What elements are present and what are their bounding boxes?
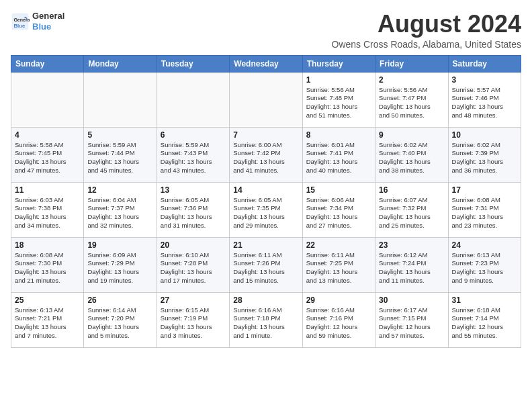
day-info: Sunrise: 5:59 AM Sunset: 7:43 PM Dayligh… [161,141,226,175]
day-info: Sunrise: 6:03 AM Sunset: 7:38 PM Dayligh… [15,196,80,230]
calendar-cell: 11Sunrise: 6:03 AM Sunset: 7:38 PM Dayli… [11,182,84,237]
day-number: 8 [306,130,371,140]
svg-text:General: General [13,17,30,22]
day-header-saturday: Saturday [448,55,521,72]
day-header-wednesday: Wednesday [230,55,302,72]
calendar-cell: 15Sunrise: 6:06 AM Sunset: 7:34 PM Dayli… [302,182,375,237]
day-number: 11 [15,185,80,195]
day-info: Sunrise: 5:56 AM Sunset: 7:47 PM Dayligh… [379,86,444,120]
calendar-cell: 20Sunrise: 6:10 AM Sunset: 7:28 PM Dayli… [157,237,229,292]
day-info: Sunrise: 6:14 AM Sunset: 7:20 PM Dayligh… [87,306,152,340]
calendar-cell: 24Sunrise: 6:13 AM Sunset: 7:23 PM Dayli… [448,237,521,292]
day-info: Sunrise: 6:12 AM Sunset: 7:24 PM Dayligh… [379,251,444,285]
calendar-cell: 13Sunrise: 6:05 AM Sunset: 7:36 PM Dayli… [157,182,229,237]
day-number: 7 [233,130,298,140]
calendar-cell: 3Sunrise: 5:57 AM Sunset: 7:46 PM Daylig… [448,72,521,127]
day-info: Sunrise: 6:15 AM Sunset: 7:19 PM Dayligh… [161,306,226,340]
calendar-cell: 28Sunrise: 6:16 AM Sunset: 7:18 PM Dayli… [230,292,302,347]
calendar-week-2: 4Sunrise: 5:58 AM Sunset: 7:45 PM Daylig… [11,127,521,182]
day-number: 23 [379,240,444,250]
calendar-cell: 22Sunrise: 6:11 AM Sunset: 7:25 PM Dayli… [302,237,375,292]
day-number: 20 [161,240,226,250]
calendar-cell: 16Sunrise: 6:07 AM Sunset: 7:32 PM Dayli… [375,182,448,237]
day-info: Sunrise: 6:17 AM Sunset: 7:15 PM Dayligh… [379,306,444,340]
day-number: 1 [306,75,371,85]
calendar: SundayMondayTuesdayWednesdayThursdayFrid… [11,55,521,348]
day-info: Sunrise: 6:08 AM Sunset: 7:30 PM Dayligh… [15,251,80,285]
day-number: 27 [161,295,226,305]
calendar-cell [84,72,157,127]
day-info: Sunrise: 6:05 AM Sunset: 7:35 PM Dayligh… [233,196,298,230]
calendar-cell: 25Sunrise: 6:13 AM Sunset: 7:21 PM Dayli… [11,292,84,347]
day-info: Sunrise: 6:08 AM Sunset: 7:31 PM Dayligh… [452,196,517,230]
day-number: 28 [233,295,298,305]
day-info: Sunrise: 5:56 AM Sunset: 7:48 PM Dayligh… [306,86,371,120]
calendar-cell: 26Sunrise: 6:14 AM Sunset: 7:20 PM Dayli… [84,292,157,347]
day-info: Sunrise: 5:57 AM Sunset: 7:46 PM Dayligh… [452,86,517,120]
calendar-cell: 6Sunrise: 5:59 AM Sunset: 7:43 PM Daylig… [157,127,229,182]
day-number: 24 [452,240,517,250]
day-info: Sunrise: 6:02 AM Sunset: 7:39 PM Dayligh… [452,141,517,175]
day-info: Sunrise: 6:13 AM Sunset: 7:21 PM Dayligh… [15,306,80,340]
day-info: Sunrise: 6:18 AM Sunset: 7:14 PM Dayligh… [452,306,517,340]
day-number: 10 [452,130,517,140]
page-container: General Blue General Blue August 2024 Ow… [0,0,532,355]
location: Owens Cross Roads, Alabama, United State… [332,39,521,50]
day-number: 19 [87,240,152,250]
month-title: August 2024 [332,11,521,38]
header: General Blue General Blue August 2024 Ow… [11,11,521,50]
day-info: Sunrise: 6:07 AM Sunset: 7:32 PM Dayligh… [379,196,444,230]
calendar-cell: 31Sunrise: 6:18 AM Sunset: 7:14 PM Dayli… [448,292,521,347]
calendar-cell: 8Sunrise: 6:01 AM Sunset: 7:41 PM Daylig… [302,127,375,182]
day-header-thursday: Thursday [302,55,375,72]
calendar-cell: 30Sunrise: 6:17 AM Sunset: 7:15 PM Dayli… [375,292,448,347]
calendar-cell [11,72,84,127]
logo: General Blue General Blue [11,11,64,32]
day-number: 4 [15,130,80,140]
day-info: Sunrise: 6:10 AM Sunset: 7:28 PM Dayligh… [161,251,226,285]
calendar-cell: 2Sunrise: 5:56 AM Sunset: 7:47 PM Daylig… [375,72,448,127]
calendar-cell: 18Sunrise: 6:08 AM Sunset: 7:30 PM Dayli… [11,237,84,292]
day-number: 16 [379,185,444,195]
calendar-cell: 9Sunrise: 6:02 AM Sunset: 7:40 PM Daylig… [375,127,448,182]
day-info: Sunrise: 6:16 AM Sunset: 7:18 PM Dayligh… [233,306,298,340]
day-number: 31 [452,295,517,305]
day-info: Sunrise: 6:01 AM Sunset: 7:41 PM Dayligh… [306,141,371,175]
day-info: Sunrise: 6:11 AM Sunset: 7:25 PM Dayligh… [306,251,371,285]
day-number: 30 [379,295,444,305]
calendar-cell: 19Sunrise: 6:09 AM Sunset: 7:29 PM Dayli… [84,237,157,292]
day-number: 9 [379,130,444,140]
day-info: Sunrise: 6:06 AM Sunset: 7:34 PM Dayligh… [306,196,371,230]
calendar-cell: 17Sunrise: 6:08 AM Sunset: 7:31 PM Dayli… [448,182,521,237]
calendar-week-3: 11Sunrise: 6:03 AM Sunset: 7:38 PM Dayli… [11,182,521,237]
calendar-cell: 5Sunrise: 5:59 AM Sunset: 7:44 PM Daylig… [84,127,157,182]
day-header-sunday: Sunday [11,55,84,72]
day-header-monday: Monday [84,55,157,72]
day-number: 17 [452,185,517,195]
logo-text: General Blue [32,11,64,32]
day-info: Sunrise: 6:09 AM Sunset: 7:29 PM Dayligh… [87,251,152,285]
day-info: Sunrise: 5:59 AM Sunset: 7:44 PM Dayligh… [87,141,152,175]
day-info: Sunrise: 6:13 AM Sunset: 7:23 PM Dayligh… [452,251,517,285]
title-block: August 2024 Owens Cross Roads, Alabama, … [332,11,521,50]
day-number: 2 [379,75,444,85]
day-header-tuesday: Tuesday [157,55,229,72]
day-number: 14 [233,185,298,195]
calendar-cell: 1Sunrise: 5:56 AM Sunset: 7:48 PM Daylig… [302,72,375,127]
day-header-friday: Friday [375,55,448,72]
svg-text:Blue: Blue [13,22,26,28]
calendar-week-5: 25Sunrise: 6:13 AM Sunset: 7:21 PM Dayli… [11,292,521,347]
calendar-cell: 29Sunrise: 6:16 AM Sunset: 7:16 PM Dayli… [302,292,375,347]
day-info: Sunrise: 6:16 AM Sunset: 7:16 PM Dayligh… [306,306,371,340]
day-number: 21 [233,240,298,250]
day-info: Sunrise: 6:05 AM Sunset: 7:36 PM Dayligh… [161,196,226,230]
day-number: 29 [306,295,371,305]
calendar-cell: 7Sunrise: 6:00 AM Sunset: 7:42 PM Daylig… [230,127,302,182]
day-number: 13 [161,185,226,195]
calendar-week-4: 18Sunrise: 6:08 AM Sunset: 7:30 PM Dayli… [11,237,521,292]
calendar-cell: 12Sunrise: 6:04 AM Sunset: 7:37 PM Dayli… [84,182,157,237]
day-info: Sunrise: 6:02 AM Sunset: 7:40 PM Dayligh… [379,141,444,175]
calendar-header-row: SundayMondayTuesdayWednesdayThursdayFrid… [11,55,521,72]
day-number: 6 [161,130,226,140]
day-number: 26 [87,295,152,305]
